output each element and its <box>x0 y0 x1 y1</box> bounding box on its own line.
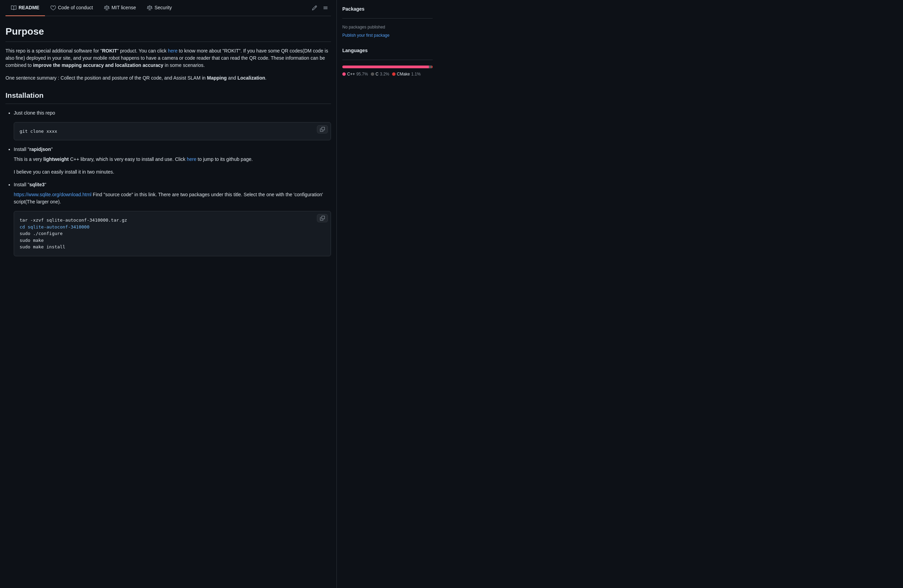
purpose-heading: Purpose <box>5 24 331 42</box>
pencil-icon <box>312 5 317 11</box>
publish-first-package-link[interactable]: Publish your first package <box>342 33 389 38</box>
installation-list: Just clone this repo git clone xxxx Inst… <box>5 110 331 256</box>
lang-pct-cpp: 95.7% <box>356 71 368 77</box>
lang-bar-cmake <box>432 66 433 68</box>
no-packages-text: No packages published <box>342 24 433 30</box>
lang-item-cmake: CMake 1.1% <box>392 71 421 77</box>
tab-actions <box>310 4 331 12</box>
languages-title: Languages <box>342 47 433 54</box>
languages-section: Languages C++ 95.7% C 3.2% <box>342 47 433 77</box>
main-content: README Code of conduct MIT license <box>0 0 337 588</box>
installation-heading: Installation <box>5 90 331 104</box>
code-sqlite3-text: tar -xzvf sqlite-autoconf-3410000.tar.gz… <box>20 217 325 251</box>
lang-name-cpp: C++ <box>347 71 355 77</box>
copy-button-1[interactable] <box>317 125 328 133</box>
lang-name-c: C <box>376 71 379 77</box>
copy-icon-2 <box>320 216 325 221</box>
rapidjson-para: This is a very lightweight C++ library, … <box>14 156 331 163</box>
lang-dot-cmake <box>392 72 395 76</box>
packages-divider <box>342 18 433 19</box>
packages-section: Packages No packages published Publish y… <box>342 5 433 39</box>
tab-security-label: Security <box>154 4 172 11</box>
lang-bar-c <box>429 66 432 68</box>
tab-readme-label: README <box>19 4 39 11</box>
localization-bold: Localization <box>237 75 265 81</box>
copy-button-2[interactable] <box>317 214 328 222</box>
lang-pct-cmake: 1.1% <box>411 71 421 77</box>
lang-bar-cpp <box>342 66 429 68</box>
lang-dot-c <box>371 72 374 76</box>
packages-title: Packages <box>342 5 433 13</box>
tab-mit-license-label: MIT license <box>112 4 136 11</box>
code-block-clone: git clone xxxx <box>14 122 331 141</box>
heart-icon <box>50 5 56 11</box>
list-item-clone: Just clone this repo git clone xxxx <box>14 110 331 141</box>
list-item-rapidjson: Install "rapidjson" This is a very light… <box>14 146 331 176</box>
lang-pct-c: 3.2% <box>380 71 389 77</box>
rokit-bold: ROKIT <box>102 48 117 53</box>
page-container: README Code of conduct MIT license <box>0 0 903 588</box>
sqlite3-para: https://www.sqlite.org/download.html Fin… <box>14 191 331 205</box>
purpose-para2: One sentence summary : Collect the posit… <box>5 74 331 82</box>
here-link-2[interactable]: here <box>187 157 197 162</box>
readme-content: Purpose This repo is a special additiona… <box>5 16 331 270</box>
shield-icon <box>147 5 153 11</box>
mapping-bold: Mapping <box>207 75 227 81</box>
rapidjson-bold: rapidjson <box>29 146 51 152</box>
purpose-para1: This repo is a special additional softwa… <box>5 47 331 69</box>
here-link-1[interactable]: here <box>168 48 178 53</box>
lang-name-cmake: CMake <box>397 71 410 77</box>
list-icon <box>323 5 328 11</box>
lang-item-cpp: C++ 95.7% <box>342 71 368 77</box>
languages-divider <box>342 60 433 60</box>
lang-item-c: C 3.2% <box>371 71 389 77</box>
improve-mapping-bold: improve the mapping accuracy and localiz… <box>33 63 164 68</box>
code-clone-text: git clone xxxx <box>20 128 325 135</box>
list-item-sqlite3: Install "sqlite3" https://www.sqlite.org… <box>14 181 331 256</box>
rapidjson-para2: I believe you can easily install it in t… <box>14 168 331 176</box>
tab-code-of-conduct-label: Code of conduct <box>58 4 93 11</box>
lightweight-bold: lightweight <box>43 157 69 162</box>
sqlite3-link[interactable]: https://www.sqlite.org/download.html <box>14 192 91 197</box>
tab-readme[interactable]: README <box>5 0 45 16</box>
tab-security[interactable]: Security <box>142 0 178 16</box>
language-bar <box>342 66 433 68</box>
lang-dot-cpp <box>342 72 346 76</box>
tab-mit-license[interactable]: MIT license <box>99 0 142 16</box>
edit-button[interactable] <box>310 4 319 12</box>
code-block-sqlite3: tar -xzvf sqlite-autoconf-3410000.tar.gz… <box>14 211 331 256</box>
book-icon <box>11 5 16 11</box>
balance-scale-icon <box>104 5 110 11</box>
tab-bar: README Code of conduct MIT license <box>5 0 331 16</box>
tab-code-of-conduct[interactable]: Code of conduct <box>45 0 99 16</box>
sidebar: Packages No packages published Publish y… <box>337 0 438 588</box>
sqlite3-bold: sqlite3 <box>29 182 44 187</box>
toc-button[interactable] <box>321 4 330 12</box>
copy-icon-1 <box>320 127 325 132</box>
lang-list: C++ 95.7% C 3.2% CMake 1.1% <box>342 71 433 77</box>
